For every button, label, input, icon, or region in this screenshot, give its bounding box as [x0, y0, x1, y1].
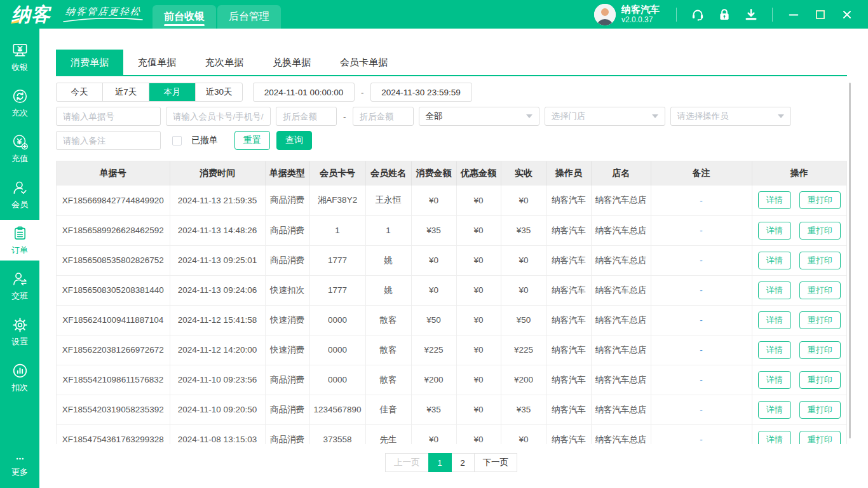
- page-2-button[interactable]: 2: [451, 453, 475, 472]
- reprint-button[interactable]: 重打印: [799, 311, 841, 329]
- close-button[interactable]: [834, 6, 860, 24]
- sidebar-item-deduct[interactable]: 扣次: [0, 357, 39, 398]
- amount-max-input[interactable]: [353, 107, 414, 126]
- tab-consume-orders[interactable]: 消费单据: [56, 50, 123, 75]
- cell-card-no: 湘AF38Y2: [309, 186, 365, 215]
- tab-member-card-orders[interactable]: 会员卡单据: [325, 50, 402, 75]
- cell-operator: 纳客汽车: [546, 186, 591, 215]
- type-select[interactable]: 全部: [419, 107, 539, 126]
- member-search-input[interactable]: [166, 107, 271, 126]
- cell-member: 姚: [365, 275, 411, 305]
- cell-paid: ¥50: [501, 305, 546, 335]
- search-button[interactable]: 查询: [276, 131, 312, 150]
- date-from-input[interactable]: [253, 83, 355, 102]
- cell-order-no: XF1856241009411887104: [57, 305, 170, 335]
- download-icon[interactable]: [738, 6, 764, 24]
- col-actions: 操作: [752, 161, 846, 186]
- detail-button[interactable]: 详情: [758, 431, 791, 445]
- orders-icon: [11, 225, 29, 242]
- cell-member: 散客: [365, 335, 411, 365]
- prev-page-button[interactable]: 上一页: [385, 453, 429, 472]
- reprint-button[interactable]: 重打印: [799, 371, 841, 389]
- detail-button[interactable]: 详情: [758, 191, 791, 209]
- document-tabs: 消费单据 充值单据 充次单据 兑换单据 会员卡单据: [56, 50, 847, 76]
- titlebar-divider: [772, 8, 773, 22]
- sidebar-item-cashier[interactable]: 收银: [0, 37, 39, 78]
- cell-member: 佳音: [365, 395, 411, 424]
- tab-backend-admin[interactable]: 后台管理: [217, 5, 281, 29]
- vertical-scrollbar[interactable]: [849, 83, 851, 438]
- range-today-button[interactable]: 今天: [57, 83, 103, 101]
- tab-recharge-orders[interactable]: 充值单据: [123, 50, 191, 75]
- col-member: 会员姓名: [365, 161, 411, 186]
- detail-button[interactable]: 详情: [758, 341, 791, 359]
- lock-icon[interactable]: [711, 6, 738, 24]
- reprint-button[interactable]: 重打印: [799, 191, 841, 209]
- operator-select[interactable]: 请选择操作员: [670, 107, 791, 126]
- reset-button[interactable]: 重置: [234, 131, 270, 150]
- detail-button[interactable]: 详情: [758, 281, 791, 299]
- cell-time: 2024-11-08 13:15:03: [170, 424, 265, 444]
- date-range-separator: -: [360, 88, 365, 97]
- reprint-button[interactable]: 重打印: [799, 341, 841, 359]
- detail-button[interactable]: 详情: [758, 311, 791, 329]
- cell-actions: 详情 重打印: [752, 215, 846, 245]
- quick-range-group: 今天 近7天 本月 近30天: [56, 83, 243, 102]
- cell-store: 纳客汽车总店: [591, 395, 651, 424]
- filter-row-dates: 今天 近7天 本月 近30天 -: [56, 83, 847, 102]
- sidebar-item-recharge-money[interactable]: 充值: [0, 128, 39, 169]
- page-1-button[interactable]: 1: [428, 453, 452, 472]
- sidebar-item-recharge-times[interactable]: 充次: [0, 83, 39, 123]
- orders-table: 单据号 消费时间 单据类型 会员卡号 会员姓名 消费金额 优惠金额 实收 操作员…: [56, 161, 847, 444]
- sidebar-item-member[interactable]: 会员: [0, 174, 39, 215]
- cell-operator: 纳客汽车: [546, 245, 591, 275]
- remark-input[interactable]: [56, 131, 161, 150]
- reprint-button[interactable]: 重打印: [799, 431, 841, 445]
- settings-gear-icon: [11, 316, 29, 334]
- reprint-button[interactable]: 重打印: [799, 401, 841, 419]
- detail-button[interactable]: 详情: [758, 401, 791, 419]
- minimize-button[interactable]: [780, 6, 807, 24]
- cell-type: 快速消费: [265, 335, 309, 365]
- table-row: XF1856508535802826752 2024-11-13 09:25:0…: [57, 245, 846, 275]
- orders-table-body: XF1856698427744849920 2024-11-13 21:59:3…: [57, 186, 846, 444]
- reprint-button[interactable]: 重打印: [799, 281, 841, 299]
- range-this-month-button[interactable]: 本月: [149, 83, 196, 101]
- amount-min-input[interactable]: [276, 107, 337, 126]
- operator-select-placeholder: 请选择操作员: [677, 111, 729, 122]
- sidebar-item-settings[interactable]: 设置: [0, 311, 39, 352]
- sidebar-item-shift[interactable]: 交班: [0, 266, 39, 306]
- range-30days-button[interactable]: 近30天: [196, 83, 242, 101]
- order-no-input[interactable]: [56, 107, 161, 126]
- revoked-checkbox[interactable]: [172, 136, 182, 146]
- titlebar-tabs: 前台收银 后台管理: [153, 0, 281, 29]
- reprint-button[interactable]: 重打印: [799, 252, 841, 269]
- maximize-button[interactable]: [807, 6, 834, 24]
- detail-button[interactable]: 详情: [758, 371, 791, 389]
- cell-operator: 纳客汽车: [546, 365, 591, 395]
- cell-discount: ¥0: [456, 245, 501, 275]
- avatar[interactable]: [594, 4, 616, 25]
- tab-recharge-times-orders[interactable]: 充次单据: [191, 50, 258, 75]
- sidebar-item-label: 交班: [11, 290, 28, 302]
- cell-remark: -: [651, 395, 752, 424]
- date-to-input[interactable]: [370, 83, 472, 102]
- tab-exchange-orders[interactable]: 兑换单据: [258, 50, 325, 75]
- col-store: 店名: [591, 161, 651, 186]
- detail-button[interactable]: 详情: [758, 252, 791, 269]
- cell-amount: ¥200: [411, 365, 456, 395]
- reprint-button[interactable]: 重打印: [799, 222, 841, 240]
- account-name: 纳客汽车: [621, 4, 660, 15]
- col-time: 消费时间: [170, 161, 265, 186]
- sidebar-item-orders[interactable]: 订单: [0, 220, 39, 261]
- sidebar-item-more[interactable]: 更多: [0, 450, 39, 482]
- range-7days-button[interactable]: 近7天: [103, 83, 149, 101]
- detail-button[interactable]: 详情: [758, 222, 791, 240]
- store-select-placeholder: 选择门店: [552, 111, 586, 122]
- store-select[interactable]: 选择门店: [545, 107, 665, 126]
- tab-front-cashier[interactable]: 前台收银: [153, 5, 216, 29]
- col-paid: 实收: [501, 161, 546, 186]
- next-page-button[interactable]: 下一页: [474, 453, 518, 472]
- logo-area: 纳客 纳客管店更轻松: [0, 0, 151, 29]
- customer-service-icon[interactable]: [684, 6, 711, 24]
